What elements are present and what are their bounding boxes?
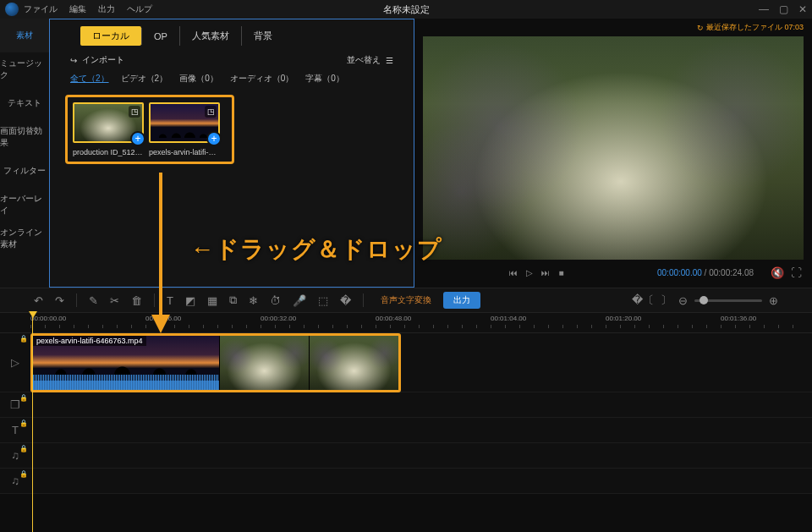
lock-icon[interactable]: 🔒 [19, 470, 28, 478]
clip-segment[interactable] [309, 336, 398, 390]
timeline-ruler[interactable]: 00:00:00.0000:00:16.0000:00:32.0000:00:4… [0, 313, 812, 333]
window-maximize-button[interactable]: ▢ [779, 3, 788, 15]
redo-button[interactable]: ↷ [55, 294, 64, 307]
marker-in-icon[interactable]: �〔 [632, 293, 654, 308]
text-track[interactable]: T🔒 [0, 418, 812, 443]
preview-viewport[interactable] [423, 36, 804, 260]
window-close-button[interactable]: ✕ [798, 3, 807, 15]
next-frame-button[interactable]: ⏭ [541, 268, 550, 277]
media-source-tabs: ローカル OP 人気素材 背景 [50, 19, 414, 46]
media-thumb[interactable]: ◳ + production ID_51263... [73, 102, 144, 156]
play-button[interactable]: ▷ [526, 268, 533, 277]
prev-frame-button[interactable]: ⏮ [509, 268, 518, 277]
ruler-tick: 00:00:16.00 [145, 315, 181, 322]
pip-track[interactable]: ❐🔒 [0, 392, 812, 418]
timeline-clip-highlight[interactable]: pexels-arvin-latifi-6466763.mp4 [30, 333, 401, 392]
voice-icon[interactable]: 🎤 [293, 294, 306, 307]
timecode-display: 00:00:00.00 / 00:00:24.08 [657, 268, 754, 277]
clip-segment[interactable] [219, 336, 309, 390]
media-panel: ローカル OP 人気素材 背景 ↪ インポート 並べ替え ☰ 全て（2） ビデオ… [49, 19, 414, 288]
sidebar-tab-online[interactable]: オンライン素材 [0, 222, 49, 255]
color-icon[interactable]: �َ [340, 294, 351, 307]
thumb-caption: production ID_51263... [73, 148, 144, 156]
speech-to-text-button[interactable]: 音声文字変換 [381, 294, 431, 306]
media-tab-background[interactable]: 背景 [241, 26, 284, 46]
import-button[interactable]: インポート [82, 54, 124, 66]
sidebar-tab-overlay[interactable]: オーバーレイ [0, 188, 49, 222]
title-bar: ファイル 編集 出力 ヘルプ 名称未設定 — ▢ ✕ [0, 0, 812, 19]
stop-button[interactable]: ■ [558, 268, 563, 277]
speed-icon[interactable]: ⏱ [270, 294, 281, 307]
menu-help[interactable]: ヘルプ [127, 3, 152, 15]
media-tab-local[interactable]: ローカル [80, 26, 141, 46]
filter-audio[interactable]: オーディオ（0） [230, 73, 294, 85]
menu-edit[interactable]: 編集 [69, 3, 86, 15]
add-to-timeline-button[interactable]: + [206, 131, 222, 146]
sidebar-tab-music[interactable]: ミュージック [0, 52, 49, 86]
mosaic-icon[interactable]: ▦ [207, 294, 217, 307]
record-icon[interactable]: ⬚ [318, 294, 328, 307]
audio-track[interactable]: ♫🔒 [0, 443, 812, 469]
fullscreen-icon[interactable]: ⛶ [791, 266, 802, 279]
filter-subtitle[interactable]: 字幕（0） [305, 73, 344, 85]
autosave-icon: ↻ [697, 24, 704, 32]
screenshot-icon[interactable]: ⧉ [229, 293, 237, 307]
track-head-pip[interactable]: ❐🔒 [0, 392, 30, 417]
playhead[interactable] [32, 313, 33, 532]
sidebar-tab-text[interactable]: テキスト [0, 86, 49, 120]
thumb-caption: pexels-arvin-latifi-64... [149, 148, 220, 156]
track-head-video[interactable]: ▷ 🔒 [0, 333, 30, 392]
lock-icon[interactable]: 🔒 [19, 420, 28, 427]
ruler-tick: 00:01:36.00 [721, 315, 756, 322]
zoom-slider[interactable] [694, 299, 762, 302]
delete-icon[interactable]: 🗑 [131, 294, 142, 307]
track-head-audio[interactable]: ♫🔒 [0, 443, 30, 468]
ruler-tick: 00:01:04.00 [491, 315, 526, 322]
audio-track-2[interactable]: ♫🔒 [0, 469, 812, 494]
timeline-toolbar: ↶ ↷ ✎ ✂ 🗑 T ◩ ▦ ⧉ ❄ ⏱ 🎤 ⬚ �َ 音声文字変換 出力 �… [0, 288, 812, 313]
autosave-status: ↻ 最近保存したファイル 07:03 [414, 19, 812, 33]
text-tool-icon[interactable]: T [167, 294, 173, 307]
ruler-tick: 00:00:48.00 [376, 315, 411, 322]
media-thumb[interactable]: ◳ + pexels-arvin-latifi-64... [149, 102, 220, 156]
window-minimize-button[interactable]: — [759, 3, 769, 15]
export-button[interactable]: 出力 [443, 292, 480, 309]
mute-icon[interactable]: 🔇 [771, 266, 784, 279]
sidebar-tab-media[interactable]: 素材 [0, 19, 49, 52]
sidebar-tab-transition[interactable]: 画面切替効果 [0, 120, 49, 154]
media-tab-op[interactable]: OP [141, 28, 179, 45]
clip-label: pexels-arvin-latifi-6466763.mp4 [33, 336, 146, 346]
media-thumbnails-highlight: ◳ + production ID_51263... ◳ + pexels-ar… [65, 95, 234, 164]
video-track[interactable]: ▷ 🔒 pexels-arvin-latifi-6466763.mp4 [0, 333, 812, 392]
preview-frame-image [423, 36, 804, 260]
text-track-icon: T [12, 424, 19, 436]
crop-icon[interactable]: ◩ [185, 294, 195, 307]
left-category-tabs: 素材 ミュージック テキスト 画面切替効果 フィルター オーバーレイ オンライン… [0, 19, 49, 288]
menu-output[interactable]: 出力 [98, 3, 115, 15]
add-to-timeline-button[interactable]: + [130, 131, 145, 146]
edit-icon[interactable]: ✎ [89, 294, 98, 307]
cut-icon[interactable]: ✂ [110, 294, 119, 307]
filter-image[interactable]: 画像（0） [179, 73, 218, 85]
zoom-out-icon[interactable]: ⊖ [678, 294, 688, 307]
undo-button[interactable]: ↶ [34, 294, 43, 307]
track-head-text[interactable]: T🔒 [0, 418, 30, 442]
clip-segment[interactable]: pexels-arvin-latifi-6466763.mp4 [33, 336, 219, 390]
lock-icon[interactable]: 🔒 [19, 394, 28, 402]
video-track-icon: ▷ [11, 356, 19, 369]
filter-all[interactable]: 全て（2） [70, 73, 109, 85]
app-logo-icon [5, 3, 19, 16]
sort-label[interactable]: 並べ替え [347, 54, 381, 66]
menu-file[interactable]: ファイル [24, 3, 58, 15]
sort-icon[interactable]: ☰ [386, 56, 393, 65]
import-icon: ↪ [70, 56, 77, 65]
lock-icon[interactable]: 🔒 [19, 445, 28, 452]
sidebar-tab-filter[interactable]: フィルター [0, 154, 49, 188]
marker-out-icon[interactable]: 〕 [661, 293, 672, 308]
lock-icon[interactable]: 🔒 [19, 335, 28, 343]
media-tab-popular[interactable]: 人気素材 [179, 26, 241, 46]
freeze-icon[interactable]: ❄ [249, 294, 258, 307]
track-head-audio2[interactable]: ♫🔒 [0, 469, 30, 493]
zoom-in-icon[interactable]: ⊕ [769, 294, 778, 307]
filter-video[interactable]: ビデオ（2） [121, 73, 168, 85]
